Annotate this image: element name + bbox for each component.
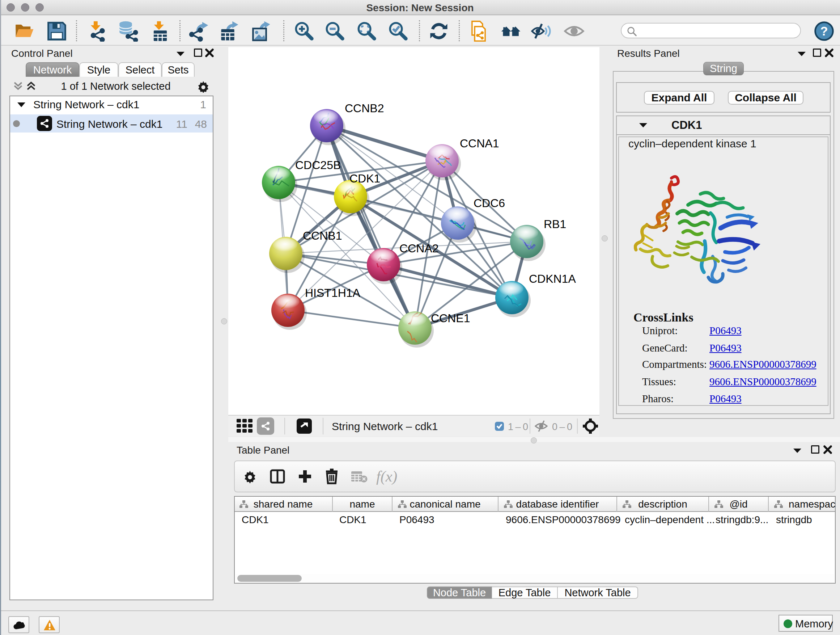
svg-text:CDK1: CDK1	[349, 172, 380, 185]
svg-text:?: ?	[820, 24, 828, 38]
svg-text:CCNA2: CCNA2	[399, 242, 439, 255]
svg-text:CCNB1: CCNB1	[303, 229, 342, 242]
svg-text:CDKN1A: CDKN1A	[529, 272, 576, 285]
svg-text:CCNB2: CCNB2	[345, 102, 384, 115]
svg-text:HIST1H1A: HIST1H1A	[305, 287, 361, 299]
svg-text:CDC25B: CDC25B	[295, 158, 341, 172]
svg-text:CCNA1: CCNA1	[460, 137, 499, 150]
svg-text:RB1: RB1	[544, 218, 566, 231]
svg-text:CCNE1: CCNE1	[431, 312, 470, 325]
svg-text:CDC6: CDC6	[474, 196, 505, 210]
